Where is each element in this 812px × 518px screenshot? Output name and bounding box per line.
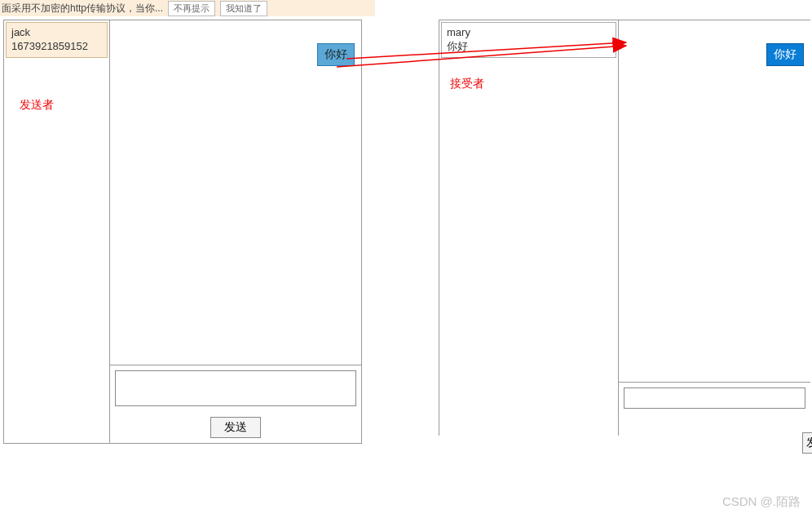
message-area: 你好 [110,20,361,365]
contact-sidebar: jack 1673921859152 [4,20,110,443]
input-row [110,365,361,414]
contact-item[interactable]: mary 你好 [441,22,616,58]
chat-window-receiver: mary 你好 你好 [439,20,810,436]
warning-btn-ack[interactable]: 我知道了 [220,1,267,16]
send-row: 发送 [110,414,361,443]
message-area: 你好 [619,20,810,382]
contact-item[interactable]: jack 1673921859152 [6,22,108,58]
annotation-receiver: 接受者 [450,77,484,91]
input-row [619,382,810,436]
chat-main: 你好 [619,20,810,436]
contact-preview: 你好 [447,40,611,54]
annotation-sender: 发送者 [20,98,54,113]
warning-text: 面采用不加密的http传输协议，当你... [2,2,163,15]
browser-warning-bar: 面采用不加密的http传输协议，当你... 不再提示 我知道了 [0,0,375,16]
contact-name: mary [447,26,611,40]
contact-name: jack [11,26,102,40]
watermark: CSDN @.陌路 [722,494,801,510]
message-input[interactable] [624,387,805,409]
send-button-partial[interactable]: 发 [802,432,812,454]
message-bubble-outgoing: 你好 [317,43,355,66]
message-bubble-incoming: 你好 [766,43,804,66]
chat-window-sender: jack 1673921859152 你好 发送 [3,20,362,444]
send-button[interactable]: 发送 [210,417,261,438]
message-input[interactable] [115,370,356,406]
contact-id: 1673921859152 [11,40,102,54]
chat-main: 你好 发送 [110,20,361,443]
warning-btn-dismiss[interactable]: 不再提示 [168,1,215,16]
